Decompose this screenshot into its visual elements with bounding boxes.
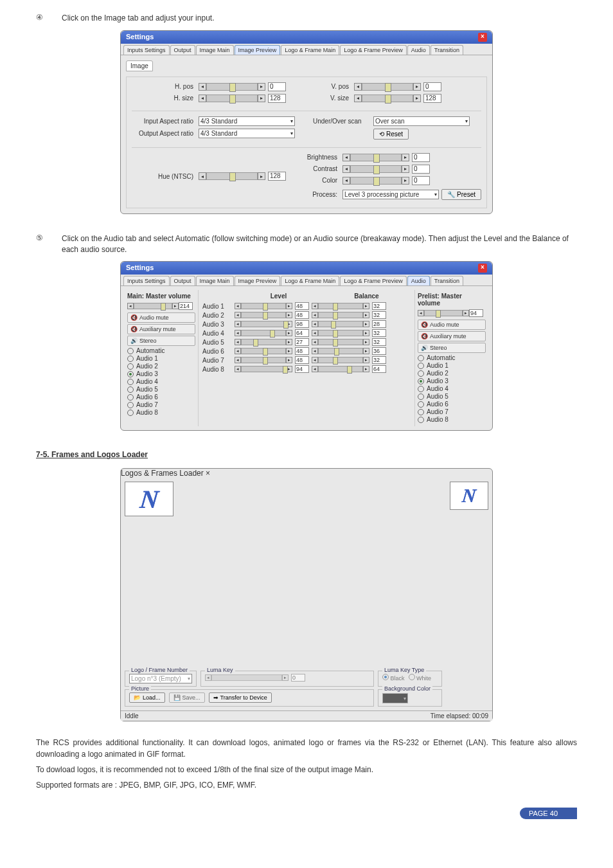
- level-slider[interactable]: ◂▸: [235, 339, 292, 345]
- close-icon[interactable]: ×: [206, 469, 210, 478]
- level-value[interactable]: 48: [295, 347, 309, 355]
- prelist-aux-mute-button[interactable]: 🔇Auxiliary mute: [418, 331, 486, 341]
- audio-source-radio[interactable]: Audio 5: [127, 386, 195, 393]
- contrast-value[interactable]: 0: [412, 165, 430, 174]
- audio-source-radio[interactable]: Audio 6: [418, 401, 486, 408]
- audio-source-radio[interactable]: Audio 8: [418, 416, 486, 423]
- balance-slider[interactable]: ◂▸: [312, 312, 369, 318]
- audio-source-radio[interactable]: Audio 2: [127, 363, 195, 370]
- tab-image-main[interactable]: Image Main: [196, 45, 234, 55]
- audio-source-radio[interactable]: Audio 7: [418, 408, 486, 415]
- audio-source-radio[interactable]: Automatic: [127, 347, 195, 354]
- audio-source-radio[interactable]: Audio 4: [127, 378, 195, 385]
- tab-audio[interactable]: Audio: [407, 276, 430, 285]
- tab-output[interactable]: Output: [170, 276, 195, 285]
- balance-value[interactable]: 32: [372, 338, 386, 346]
- level-value[interactable]: 98: [295, 320, 309, 328]
- main-stereo-button[interactable]: 🔊Stereo: [127, 336, 195, 346]
- h-pos-slider[interactable]: ◂▸: [199, 83, 265, 91]
- contrast-slider[interactable]: ◂▸: [342, 165, 409, 173]
- close-icon[interactable]: ×: [478, 264, 487, 273]
- prelist-master-slider[interactable]: ◂▸ 94: [418, 309, 486, 317]
- audio-source-radio[interactable]: Audio 3: [127, 370, 195, 377]
- balance-slider[interactable]: ◂▸: [312, 330, 369, 336]
- brightness-slider[interactable]: ◂▸: [342, 154, 409, 161]
- audio-source-radio[interactable]: Audio 4: [418, 385, 486, 392]
- v-pos-slider[interactable]: ◂▸: [354, 83, 421, 91]
- balance-value[interactable]: 32: [372, 329, 386, 337]
- tab-image-main[interactable]: Image Main: [196, 276, 234, 285]
- audio-source-radio[interactable]: Audio 2: [418, 370, 486, 377]
- main-audio-mute-button[interactable]: 🔇Audio mute: [127, 312, 195, 323]
- balance-value[interactable]: 36: [372, 347, 386, 355]
- tab-logo-frame-main[interactable]: Logo & Frame Main: [281, 276, 339, 285]
- color-slider[interactable]: ◂▸: [342, 177, 409, 185]
- main-master-value[interactable]: 214: [179, 302, 193, 310]
- audio-source-radio[interactable]: Audio 7: [127, 401, 195, 408]
- level-slider[interactable]: ◂▸: [235, 303, 292, 309]
- balance-slider[interactable]: ◂▸: [312, 357, 369, 363]
- brightness-value[interactable]: 0: [412, 153, 430, 162]
- audio-source-radio[interactable]: Automatic: [418, 354, 486, 361]
- v-size-slider[interactable]: ◂▸: [354, 95, 421, 102]
- tab-logo-frame-preview[interactable]: Logo & Frame Preview: [340, 45, 407, 55]
- audio-source-radio[interactable]: Audio 5: [418, 393, 486, 400]
- balance-value[interactable]: 32: [372, 302, 386, 310]
- audio-source-radio[interactable]: Audio 3: [418, 377, 486, 384]
- balance-slider[interactable]: ◂▸: [312, 339, 369, 345]
- prelist-master-value[interactable]: 94: [469, 309, 483, 317]
- tab-image-preview[interactable]: Image Preview: [235, 276, 281, 285]
- hue-value[interactable]: 128: [268, 172, 286, 181]
- process-dropdown[interactable]: Level 3 processing picture▾: [342, 190, 439, 199]
- color-value[interactable]: 0: [412, 176, 430, 185]
- prelist-audio-mute-button[interactable]: 🔇Audio mute: [418, 320, 486, 330]
- level-slider[interactable]: ◂▸: [235, 366, 292, 372]
- level-slider[interactable]: ◂▸: [235, 312, 292, 318]
- audio-source-radio[interactable]: Audio 8: [127, 409, 195, 416]
- tab-logo-frame-preview[interactable]: Logo & Frame Preview: [340, 276, 407, 285]
- audio-source-radio[interactable]: Audio 1: [127, 355, 195, 362]
- level-slider[interactable]: ◂▸: [235, 357, 292, 363]
- prelist-stereo-button[interactable]: 🔊Stereo: [418, 343, 486, 353]
- reset-button[interactable]: ⟲Reset: [373, 129, 409, 140]
- audio-source-radio[interactable]: Audio 1: [418, 362, 486, 369]
- h-size-value[interactable]: 128: [268, 94, 286, 103]
- level-value[interactable]: 48: [295, 356, 309, 364]
- level-slider[interactable]: ◂▸: [235, 348, 292, 354]
- balance-value[interactable]: 32: [372, 311, 386, 319]
- level-value[interactable]: 48: [295, 302, 309, 310]
- main-master-slider[interactable]: ◂▸ 214: [127, 302, 195, 310]
- balance-slider[interactable]: ◂▸: [312, 303, 369, 309]
- level-value[interactable]: 27: [295, 338, 309, 346]
- v-pos-value[interactable]: 0: [423, 82, 441, 91]
- level-slider[interactable]: ◂▸: [235, 330, 292, 336]
- frame-number-dropdown[interactable]: Logo n°3 (Empty)▾: [129, 674, 192, 683]
- output-aspect-dropdown[interactable]: 4/3 Standard▾: [199, 129, 295, 138]
- v-size-value[interactable]: 128: [423, 94, 441, 103]
- balance-value[interactable]: 32: [372, 356, 386, 364]
- balance-slider[interactable]: ◂▸: [312, 321, 369, 327]
- tab-logo-frame-main[interactable]: Logo & Frame Main: [281, 45, 339, 55]
- transfer-button[interactable]: ➡Transfer to Device: [209, 692, 272, 703]
- balance-slider[interactable]: ◂▸: [312, 348, 369, 354]
- level-slider[interactable]: ◂▸: [235, 321, 292, 327]
- preset-button[interactable]: 🔧Preset: [441, 189, 481, 200]
- close-icon[interactable]: ×: [478, 33, 487, 42]
- tab-transition[interactable]: Transition: [431, 45, 463, 55]
- tab-image-preview[interactable]: Image Preview: [235, 45, 281, 55]
- balance-value[interactable]: 28: [372, 320, 386, 328]
- subtab-image[interactable]: Image: [126, 60, 153, 71]
- hue-slider[interactable]: ◂▸: [199, 172, 265, 180]
- level-value[interactable]: 64: [295, 329, 309, 337]
- h-size-slider[interactable]: ◂▸: [199, 95, 265, 102]
- level-value[interactable]: 94: [295, 365, 309, 373]
- tab-audio[interactable]: Audio: [407, 45, 430, 55]
- tab-inputs-settings[interactable]: Inputs Settings: [123, 276, 170, 285]
- main-aux-mute-button[interactable]: 🔇Auxiliary mute: [127, 324, 195, 334]
- underover-dropdown[interactable]: Over scan▾: [373, 116, 470, 126]
- balance-slider[interactable]: ◂▸: [312, 366, 369, 372]
- input-aspect-dropdown[interactable]: 4/3 Standard▾: [199, 116, 295, 126]
- tab-output[interactable]: Output: [170, 45, 195, 55]
- tab-transition[interactable]: Transition: [431, 276, 463, 285]
- balance-value[interactable]: 64: [372, 365, 386, 373]
